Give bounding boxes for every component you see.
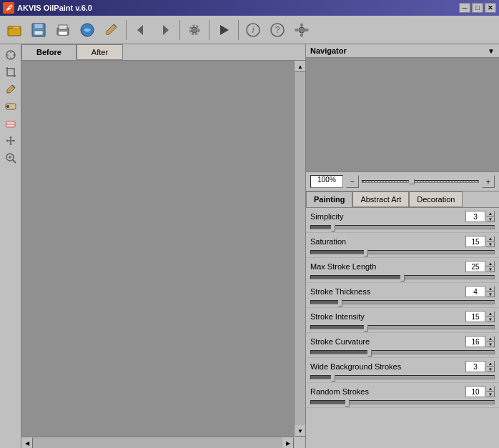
spin-up-5[interactable]: ▲ <box>486 336 495 342</box>
param-value-1[interactable]: 15 <box>465 236 485 247</box>
scroll-right-btn[interactable]: ▶ <box>282 437 294 448</box>
scroll-left-btn[interactable]: ◀ <box>21 437 33 448</box>
spin-up-2[interactable]: ▲ <box>486 261 495 267</box>
maximize-btn[interactable]: □ <box>472 3 483 13</box>
param-spinner-0: ▲▼ <box>486 211 495 222</box>
settings-panel: Simplicity3▲▼Saturation15▲▼Max Stroke Le… <box>306 208 499 448</box>
toolbar: i ? <box>0 16 499 44</box>
spin-up-6[interactable]: ▲ <box>486 361 495 367</box>
param-label-5: Stroke Curvature <box>310 337 370 346</box>
info-button[interactable]: i <box>242 19 265 41</box>
preferences-button[interactable] <box>290 19 313 41</box>
scroll-down-btn[interactable]: ▼ <box>295 425 305 437</box>
zoom-plus-btn[interactable]: + <box>482 175 495 188</box>
back-button[interactable] <box>129 19 152 41</box>
open-button[interactable] <box>3 19 26 41</box>
param-slider-fill-1 <box>311 251 366 254</box>
param-slider-thumb-2[interactable] <box>400 274 405 282</box>
spin-down-4[interactable]: ▼ <box>486 317 495 322</box>
param-slider-2[interactable] <box>310 275 495 279</box>
param-slider-thumb-5[interactable] <box>367 349 372 357</box>
param-slider-5[interactable] <box>310 350 495 354</box>
param-slider-thumb-0[interactable] <box>331 224 335 232</box>
eraser-tool[interactable] <box>3 116 19 131</box>
play-button[interactable] <box>212 19 235 41</box>
before-tab[interactable]: Before <box>21 44 76 60</box>
spin-up-3[interactable]: ▲ <box>486 286 495 292</box>
param-value-box-6: 3▲▼ <box>465 361 495 372</box>
param-value-box-3: 4▲▼ <box>465 286 495 297</box>
spin-up-7[interactable]: ▲ <box>486 386 495 392</box>
param-value-2[interactable]: 25 <box>465 261 485 272</box>
tab-decoration[interactable]: Decoration <box>409 191 463 207</box>
param-slider-0[interactable] <box>310 225 495 229</box>
canvas-tabs: Before After <box>21 44 305 61</box>
navigator-collapse-icon[interactable]: ▼ <box>488 47 495 55</box>
param-value-4[interactable]: 15 <box>465 311 485 322</box>
close-btn[interactable]: ✕ <box>485 3 496 13</box>
pencil-tool[interactable] <box>3 99 19 114</box>
spin-down-5[interactable]: ▼ <box>486 342 495 347</box>
param-slider-thumb-1[interactable] <box>364 249 368 257</box>
eyedropper-tool[interactable] <box>3 81 19 97</box>
canvas-content[interactable]: ▲ ▼ ◀ ▶ <box>21 61 305 448</box>
param-slider-thumb-3[interactable] <box>338 299 342 307</box>
param-slider-thumb-7[interactable] <box>345 399 350 407</box>
scroll-track-h[interactable] <box>33 437 282 448</box>
param-slider-fill-0 <box>311 226 333 229</box>
scroll-up-btn[interactable]: ▲ <box>295 61 305 72</box>
minimize-btn[interactable]: ─ <box>459 3 470 13</box>
param-slider-7[interactable] <box>310 400 495 404</box>
canvas-scrollbar-bottom[interactable]: ◀ ▶ <box>21 437 294 448</box>
tab-painting[interactable]: Painting <box>306 191 352 207</box>
help-button[interactable]: ? <box>266 19 289 41</box>
param-label-7: Random Strokes <box>310 387 369 396</box>
spin-up-0[interactable]: ▲ <box>486 211 495 216</box>
after-tab[interactable]: After <box>76 44 123 60</box>
spin-down-2[interactable]: ▼ <box>486 267 495 272</box>
param-label-row-3: Stroke Thickness4▲▼ <box>310 286 495 297</box>
param-value-0[interactable]: 3 <box>465 211 485 222</box>
brush-button[interactable] <box>100 19 123 41</box>
tab-abstract-art[interactable]: Abstract Art <box>352 191 409 207</box>
param-slider-4[interactable] <box>310 325 495 329</box>
spin-down-6[interactable]: ▼ <box>486 367 495 372</box>
navigator-zoom: 100% − + <box>306 172 499 191</box>
param-value-6[interactable]: 3 <box>465 361 485 372</box>
param-row-7: Random Strokes10▲▼ <box>306 383 499 408</box>
print-button[interactable] <box>51 19 74 41</box>
zoom-slider-thumb[interactable] <box>409 179 415 184</box>
param-value-7[interactable]: 10 <box>465 386 485 397</box>
forward-button[interactable] <box>154 19 177 41</box>
zoom-tool[interactable] <box>3 150 19 166</box>
scroll-track-v[interactable] <box>295 72 305 425</box>
navigator-title: Navigator <box>310 46 347 55</box>
param-slider-3[interactable] <box>310 300 495 304</box>
param-value-5[interactable]: 16 <box>465 336 485 347</box>
navigator-tool[interactable] <box>3 47 19 63</box>
param-slider-thumb-4[interactable] <box>364 324 368 332</box>
spin-up-1[interactable]: ▲ <box>486 236 495 242</box>
canvas-scrollbar-right[interactable]: ▲ ▼ <box>294 61 305 437</box>
crop-tool[interactable] <box>3 64 19 80</box>
spin-up-4[interactable]: ▲ <box>486 311 495 317</box>
svg-rect-23 <box>295 29 298 31</box>
param-slider-6[interactable] <box>310 375 495 379</box>
export-button[interactable] <box>76 19 99 41</box>
param-label-3: Stroke Thickness <box>310 287 370 296</box>
zoom-minus-btn[interactable]: − <box>346 175 359 188</box>
param-slider-thumb-6[interactable] <box>331 374 335 382</box>
spin-down-1[interactable]: ▼ <box>486 242 495 247</box>
spin-down-3[interactable]: ▼ <box>486 292 495 297</box>
svg-rect-21 <box>301 24 303 26</box>
zoom-slider[interactable] <box>362 179 479 184</box>
spin-down-7[interactable]: ▼ <box>486 392 495 397</box>
title-bar: 🖌 AKVIS OilPaint v.6.0 ─ □ ✕ <box>0 0 499 16</box>
param-value-3[interactable]: 4 <box>465 286 485 297</box>
pan-tool[interactable] <box>3 133 19 149</box>
zoom-value[interactable]: 100% <box>310 175 343 188</box>
save-button[interactable] <box>27 19 50 41</box>
settings-gear-button[interactable] <box>183 19 206 41</box>
spin-down-0[interactable]: ▼ <box>486 216 495 222</box>
param-slider-1[interactable] <box>310 250 495 254</box>
